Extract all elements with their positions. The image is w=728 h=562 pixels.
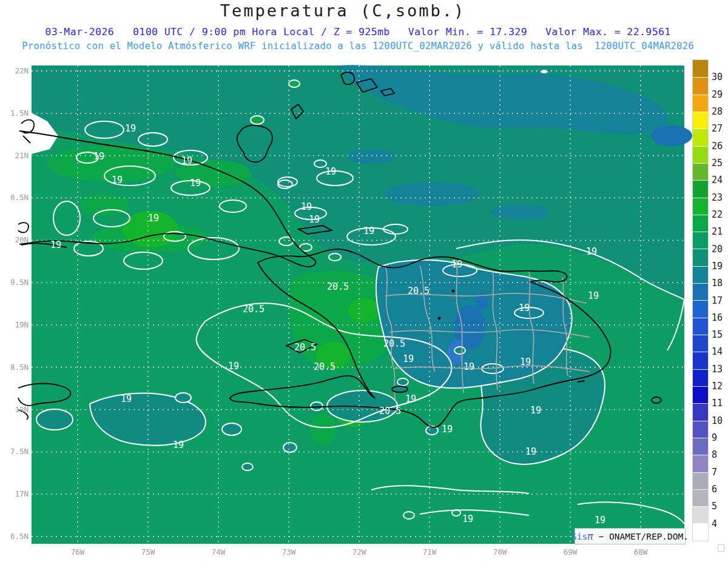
colorbar-segment xyxy=(693,352,708,369)
colorbar-tick-label: 8 xyxy=(712,449,717,460)
contour-value-label: 20.5 xyxy=(327,281,349,292)
colorbar-tick-label: 29 xyxy=(712,89,723,100)
colorbar-segment xyxy=(693,523,708,540)
corner-artifact xyxy=(718,544,724,552)
contour-value-label: 19 xyxy=(595,515,605,526)
contour-value-label: 19 xyxy=(451,259,462,270)
colorbar-tick-label: 20 xyxy=(712,244,723,255)
colorbar-segment xyxy=(693,163,708,180)
contour-value-label: 19 xyxy=(50,239,61,250)
colorbar-tick-label: 9 xyxy=(712,432,717,443)
contour-value-label: 20.5 xyxy=(383,338,405,349)
colorbar-tick-label: 28 xyxy=(712,106,723,117)
colorbar-tick-label: 25 xyxy=(712,158,723,169)
lon-tick-label: 76W xyxy=(59,547,96,557)
header-datetime: 03-Mar-2026 0100 UTC / 9:00 pm Hora Loca… xyxy=(45,26,389,38)
colorbar-segment xyxy=(693,215,708,232)
colorbar-segment xyxy=(693,369,708,386)
contour-value-label: 19 xyxy=(463,361,474,372)
lat-tick-label: 21N xyxy=(1,151,29,160)
contour-value-label: 19 xyxy=(148,213,159,224)
colorbar-tick-label: 19 xyxy=(712,261,723,272)
map-plot-area: 1919191919191919191919191919191919191919… xyxy=(32,65,684,544)
colorbar-segment xyxy=(693,146,708,163)
contour-value-label: 19 xyxy=(125,123,136,134)
contour-value-label: 19 xyxy=(525,446,536,457)
lon-tick-label: 68W xyxy=(622,547,659,557)
colorbar-tick-label: 11 xyxy=(712,398,723,409)
chart-title: Temperatura (C,somb.) xyxy=(0,1,686,20)
colorbar-tick-label: 30 xyxy=(712,72,723,82)
lon-tick-label: 72W xyxy=(341,547,377,557)
contour-value-label: 20.5 xyxy=(294,342,316,353)
colorbar-tick-label: 4 xyxy=(712,518,717,529)
colorbar-segment xyxy=(693,232,708,249)
colorbar-segment xyxy=(693,386,708,403)
wrf-temperature-forecast-map: Temperatura (C,somb.) 03-Mar-2026 0100 U… xyxy=(0,0,728,562)
colorbar-segment xyxy=(693,112,708,129)
lon-tick-label: 74W xyxy=(200,547,237,557)
colorbar-segment xyxy=(693,300,708,317)
contour-value-label: 19 xyxy=(530,405,541,416)
colorbar-tick-label: 18 xyxy=(712,278,723,289)
watermark-box: Sisπ − ONAMET/REP.DOM. xyxy=(575,528,686,544)
contour-value-label: 19 xyxy=(363,226,374,236)
colorbar-segment xyxy=(693,403,708,420)
colorbar-segment xyxy=(693,129,708,146)
lon-tick-label: 75W xyxy=(130,547,166,557)
contour-value-label: 19 xyxy=(519,303,530,313)
lat-tick-label: 1.5N xyxy=(1,109,29,118)
contour-value-label: 19 xyxy=(228,361,239,372)
colorbar-tick-label: 13 xyxy=(712,364,723,375)
temperature-contour-map xyxy=(32,65,684,544)
lon-tick-label: 70W xyxy=(482,547,518,557)
contour-value-label: 19 xyxy=(112,175,123,186)
colorbar-tick-label: 7 xyxy=(712,467,717,478)
lat-tick-label: 22N xyxy=(1,66,29,75)
colorbar-segment xyxy=(693,198,708,215)
colorbar-segment xyxy=(693,60,708,77)
colorbar-segment xyxy=(693,318,708,335)
colorbar-segment xyxy=(693,266,708,283)
lon-tick-label: 69W xyxy=(552,547,588,557)
colorbar-tick-label: 6 xyxy=(712,484,717,495)
lat-tick-label: 8.5N xyxy=(1,363,29,372)
colorbar-segment xyxy=(693,95,708,112)
colorbar-tick-label: 16 xyxy=(712,312,723,323)
lat-tick-label: 18N xyxy=(1,405,29,414)
colorbar-segment xyxy=(693,180,708,197)
colorbar-segment xyxy=(693,438,708,455)
colorbar-tick-label: 17 xyxy=(712,295,723,306)
lat-tick-label: 0.5N xyxy=(1,193,29,202)
temperature-colorbar xyxy=(693,60,708,541)
colorbar-tick-label: 12 xyxy=(712,381,723,392)
colorbar-tick-label: 10 xyxy=(712,415,723,426)
contour-value-label: 19 xyxy=(462,513,473,524)
colorbar-tick-label: 24 xyxy=(712,175,723,186)
contour-value-label: 19 xyxy=(325,166,336,177)
colorbar-tick-label: 23 xyxy=(712,192,723,203)
colorbar-segment xyxy=(693,335,708,352)
contour-value-label: 19 xyxy=(301,201,312,212)
lat-tick-label: 7.5N xyxy=(1,447,29,456)
contour-value-label: 19 xyxy=(403,353,414,364)
colorbar-segment xyxy=(693,77,708,94)
header-valor-max: Valor Max. = 22.9561 xyxy=(545,26,671,38)
lat-tick-label: 19N xyxy=(1,320,29,329)
watermark-pi-glyph: π xyxy=(587,530,593,542)
colorbar-tick-label: 5 xyxy=(712,501,717,512)
contour-value-label: 19 xyxy=(181,155,192,166)
header-line-model-info: Pronóstico con el Modelo Atmósferico WRF… xyxy=(0,41,716,52)
contour-value-label: 19 xyxy=(309,214,320,225)
colorbar-tick-label: 22 xyxy=(712,209,723,220)
contour-value-label: 19 xyxy=(405,393,416,404)
colorbar-tick-label: 26 xyxy=(712,141,723,152)
lat-tick-label: 20N xyxy=(1,235,29,244)
contour-value-label: 19 xyxy=(442,424,453,435)
lat-tick-label: 6.5N xyxy=(1,532,29,541)
watermark-brand: Sis xyxy=(571,532,587,541)
colorbar-segment xyxy=(693,472,708,489)
colorbar-segment xyxy=(693,506,708,523)
header-line-datetime: 03-Mar-2026 0100 UTC / 9:00 pm Hora Loca… xyxy=(0,26,716,38)
header-valor-min: Valor Min. = 17.329 xyxy=(408,26,527,38)
